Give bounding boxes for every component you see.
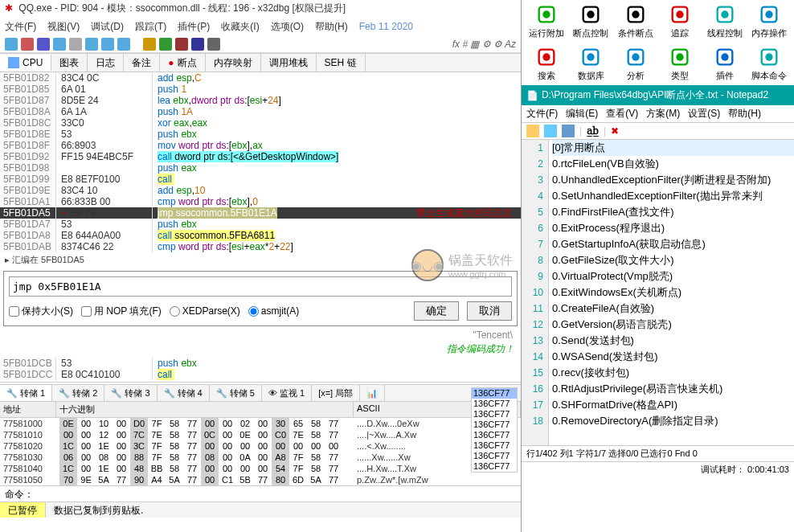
disasm-row[interactable]: 5FB01D8C33C0xor eax,eax [0, 117, 521, 129]
open-icon[interactable] [5, 38, 18, 51]
tab-breakpoints[interactable]: ●断点 [160, 54, 205, 72]
tool-数据库[interactable]: 数据库 [570, 46, 613, 82]
disasm-row[interactable]: 5FB01DA166:833B 00cmp word ptr ds:[ebx],… [0, 196, 521, 207]
tool-icon[interactable] [143, 38, 156, 51]
tool-脚本命令[interactable]: 脚本命令 [748, 46, 792, 82]
notepad-menu[interactable]: 文件(F) 编辑(E) 查看(V) 方案(M) 设置(S) 帮助(H) [522, 105, 794, 123]
stop-icon[interactable] [37, 38, 50, 51]
tool-运行附加[interactable]: 运行附加 [525, 3, 568, 39]
text-line[interactable]: 0.RtlAdjustPrivilege(易语言快速关机) [552, 381, 794, 397]
open-icon[interactable] [544, 125, 557, 137]
disasm-row[interactable]: 5FB01D9E83C4 10add esp,10 [0, 185, 521, 196]
view-tabs[interactable]: CPU 图表 日志 备注 ●断点 内存映射 调用堆栈 SEH 链 [0, 53, 521, 72]
stack-row[interactable]: 136CF77 [472, 440, 517, 451]
tool-条件断点[interactable]: 条件断点 [614, 3, 657, 39]
text-line[interactable]: 0.SHFormatDrive(格盘API) [552, 397, 794, 413]
notepad-toolbar[interactable]: | a̲b̲ | ✖ [522, 123, 794, 140]
hex-row[interactable]: 775810201C001E003C7F58770000000000000000… [0, 440, 521, 452]
ok-button[interactable]: 确定 [414, 301, 459, 321]
cut-icon[interactable]: ✖ [611, 125, 619, 137]
menu-file[interactable]: 文件(F) [5, 20, 36, 34]
np-menu-help[interactable]: 帮助(H) [728, 107, 761, 121]
menu-favorites[interactable]: 收藏夹(I) [221, 20, 259, 34]
tool-线程控制[interactable]: 线程控制 [703, 3, 747, 39]
disasm-row[interactable]: 5FB01DA5~ EB 73jmp ssocommon.5FB01E1A禁止生… [0, 207, 521, 219]
tool-类型[interactable]: 类型 [659, 46, 702, 82]
text-line[interactable]: 0.GetStartupInfoA(获取启动信息) [552, 236, 794, 252]
disassembly-view[interactable]: 5FB01D8283C4 0Cadd esp,C5FB01D856A 01pus… [0, 72, 521, 252]
main-menu[interactable]: 文件(F) 视图(V) 调试(D) 跟踪(T) 插件(P) 收藏夹(I) 选项(… [0, 18, 521, 35]
keep-size-checkbox[interactable]: 保持大小(S) [9, 305, 73, 318]
tab-cpu[interactable]: CPU [0, 55, 51, 71]
text-line[interactable]: 0.CreateFileA(自效验) [552, 301, 794, 317]
text-line[interactable]: 0.GetFileSize(取文件大小) [552, 252, 794, 268]
hex-row[interactable]: 775810000E001000D07F58770000020030655877… [0, 418, 521, 429]
disasm-row[interactable]: 5FB01D856A 01push 1 [0, 84, 521, 95]
stack-row[interactable]: 136CF77 [472, 419, 517, 430]
nop-fill-checkbox[interactable]: 用 NOP 填充(F) [81, 305, 162, 318]
asmjit-radio[interactable]: asmjit(A) [248, 305, 299, 317]
watch-tab[interactable]: 👁 监视 1 [262, 385, 312, 401]
run-icon[interactable] [53, 38, 66, 51]
disasm-row[interactable]: 5FB01D8283C4 0Cadd esp,C [0, 72, 521, 84]
stack-row[interactable]: 136CF77 [472, 388, 517, 399]
tool4-icon[interactable] [191, 38, 204, 51]
dump-tab-3[interactable]: 🔧 转储 3 [104, 385, 157, 401]
dump-tab-5[interactable]: 🔧 转储 5 [210, 385, 262, 401]
disasm-row[interactable]: 5FB01DA753push ebx [0, 219, 521, 230]
stack-row[interactable]: 136CF77 [472, 399, 517, 409]
tab-graph[interactable]: 图表 [51, 54, 88, 72]
disasm-row[interactable]: 5FB01DCCE8 0C410100call [0, 369, 521, 380]
text-line[interactable]: [0]常用断点 [552, 140, 794, 156]
disasm-row[interactable]: 5FB01DAB8374C46 22cmp word ptr ds:[esi+e… [0, 241, 521, 252]
hex-row[interactable]: 77581050709E5A7790A45A7700C15B77806D5A77… [0, 474, 521, 485]
disasm-row[interactable]: 5FB01D8E53push ebx [0, 129, 521, 140]
struct-tab[interactable]: 📊 [360, 385, 385, 401]
disasm-row[interactable]: 5FB01D99E8 8E7F0100call [0, 174, 521, 185]
np-menu-file[interactable]: 文件(F) [526, 107, 558, 121]
tool-追踪[interactable]: 追踪 [659, 3, 702, 39]
assemble-input[interactable] [9, 276, 512, 297]
stack-row[interactable]: 136CF77 [472, 409, 517, 419]
disassembly-tail[interactable]: 5FB01DCB53push ebx5FB01DCCE8 0C410100cal… [0, 358, 521, 380]
menu-plugins[interactable]: 插件(P) [178, 20, 210, 34]
disasm-row[interactable]: 5FB01D8A6A 1Apush 1A [0, 106, 521, 117]
disasm-row[interactable]: 5FB01D98push eax [0, 162, 521, 174]
np-menu-edit[interactable]: 编辑(E) [566, 107, 598, 121]
menu-view[interactable]: 视图(V) [47, 20, 80, 34]
pause-icon[interactable] [69, 38, 82, 51]
disasm-row[interactable]: 5FB01DCB53push ebx [0, 358, 521, 369]
locals-tab[interactable]: [x=] 局部 [312, 385, 360, 401]
text-line[interactable]: 0.SetUnhandledExceptionFilter(抛出异常来判 [552, 188, 794, 204]
dump-tab-2[interactable]: 🔧 转储 2 [52, 385, 104, 401]
menu-trace[interactable]: 跟踪(T) [135, 20, 166, 34]
command-bar[interactable]: 命令： [0, 485, 521, 501]
stack-row[interactable]: 136CF77 [472, 430, 517, 440]
text-line[interactable]: 0.WSASend(发送封包) [552, 349, 794, 365]
text-line[interactable]: 0.ExitProcess(程序退出) [552, 220, 794, 236]
cancel-button[interactable]: 取消 [467, 301, 512, 321]
tab-notes[interactable]: 备注 [124, 54, 160, 72]
disasm-row[interactable]: 5FB01D878D5E 24lea ebx,dword ptr ds:[esi… [0, 95, 521, 106]
plugin-tools-top[interactable]: 运行附加断点控制条件断点追踪线程控制内存操作 [522, 0, 794, 43]
hex-dump[interactable]: 地址 十六进制 ASCII 775810000E001000D07F587700… [0, 402, 521, 485]
tool-分析[interactable]: 分析 [614, 46, 657, 82]
step-into-icon[interactable] [85, 38, 98, 51]
text-line[interactable]: 0.UnhandledExceptionFilter(判断进程是否附加) [552, 172, 794, 188]
text-line[interactable]: 0.Send(发送封包) [552, 333, 794, 349]
text-line[interactable]: 0.ExitWindowsEx(关机断点) [552, 284, 794, 301]
tool-内存操作[interactable]: 内存操作 [748, 3, 792, 39]
xedparse-radio[interactable]: XEDParse(X) [170, 305, 240, 317]
np-menu-settings[interactable]: 设置(S) [688, 107, 720, 121]
menu-help[interactable]: 帮助(H) [315, 20, 348, 34]
notepad-editor[interactable]: 123456789101112131415161718 [0]常用断点0.rtc… [522, 140, 794, 445]
step-over-icon[interactable] [101, 38, 114, 51]
menu-debug[interactable]: 调试(D) [91, 20, 124, 34]
hex-row[interactable]: 7758103006000800887F587708000A00A87F5877… [0, 452, 521, 463]
tool5-icon[interactable] [207, 38, 220, 51]
stack-row[interactable]: 136CF77 [472, 451, 517, 461]
tab-log[interactable]: 日志 [88, 54, 124, 72]
plugin-tools-bottom[interactable]: 搜索数据库分析类型插件脚本命令 [522, 43, 794, 85]
text-line[interactable]: 0.RemoveDirectoryA(删除指定目录) [552, 413, 794, 429]
text-line[interactable]: 0.recv(接收封包) [552, 365, 794, 381]
